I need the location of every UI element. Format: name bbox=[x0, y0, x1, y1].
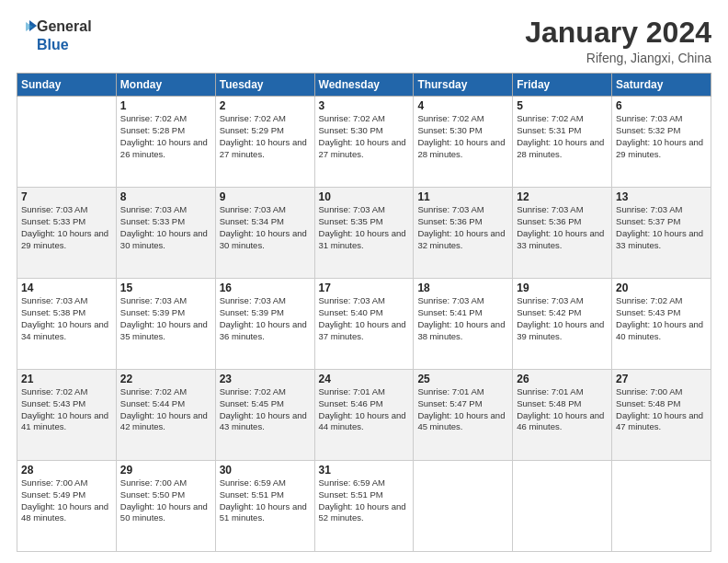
calendar-cell: 10 Sunrise: 7:03 AM Sunset: 5:35 PM Dayl… bbox=[314, 188, 414, 279]
day-number: 18 bbox=[417, 282, 508, 294]
day-number: 4 bbox=[417, 99, 508, 112]
day-number: 16 bbox=[220, 282, 311, 294]
day-info: Sunrise: 7:03 AM Sunset: 5:35 PM Dayligh… bbox=[319, 204, 410, 251]
day-info: Sunrise: 6:59 AM Sunset: 5:51 PM Dayligh… bbox=[220, 477, 311, 524]
day-info: Sunrise: 7:00 AM Sunset: 5:50 PM Dayligh… bbox=[120, 477, 211, 524]
header-wednesday: Wednesday bbox=[314, 74, 414, 97]
calendar-cell: 27 Sunrise: 7:00 AM Sunset: 5:48 PM Dayl… bbox=[612, 370, 711, 461]
day-number: 13 bbox=[616, 190, 707, 203]
day-info: Sunrise: 7:01 AM Sunset: 5:46 PM Dayligh… bbox=[319, 386, 410, 433]
day-info: Sunrise: 7:02 AM Sunset: 5:43 PM Dayligh… bbox=[616, 295, 707, 342]
day-info: Sunrise: 7:03 AM Sunset: 5:39 PM Dayligh… bbox=[220, 295, 311, 342]
calendar-cell: 23 Sunrise: 7:02 AM Sunset: 5:45 PM Dayl… bbox=[215, 370, 314, 461]
calendar-cell: 26 Sunrise: 7:01 AM Sunset: 5:48 PM Dayl… bbox=[513, 370, 612, 461]
day-info: Sunrise: 7:03 AM Sunset: 5:33 PM Dayligh… bbox=[21, 204, 112, 251]
calendar-cell: 3 Sunrise: 7:02 AM Sunset: 5:30 PM Dayli… bbox=[314, 97, 414, 188]
header-tuesday: Tuesday bbox=[215, 74, 314, 97]
header: General Blue January 2024 Rifeng, Jiangx… bbox=[17, 17, 711, 65]
day-info: Sunrise: 7:02 AM Sunset: 5:30 PM Dayligh… bbox=[417, 113, 508, 160]
day-number: 2 bbox=[220, 99, 311, 112]
calendar-table: SundayMondayTuesdayWednesdayThursdayFrid… bbox=[17, 73, 711, 552]
calendar-cell: 18 Sunrise: 7:03 AM Sunset: 5:41 PM Dayl… bbox=[414, 279, 513, 370]
week-row-2: 7 Sunrise: 7:03 AM Sunset: 5:33 PM Dayli… bbox=[17, 188, 711, 279]
calendar-cell: 4 Sunrise: 7:02 AM Sunset: 5:30 PM Dayli… bbox=[414, 97, 513, 188]
calendar-cell: 14 Sunrise: 7:03 AM Sunset: 5:38 PM Dayl… bbox=[17, 279, 117, 370]
day-number: 23 bbox=[220, 373, 311, 385]
day-info: Sunrise: 7:03 AM Sunset: 5:40 PM Dayligh… bbox=[319, 295, 410, 342]
day-info: Sunrise: 7:03 AM Sunset: 5:36 PM Dayligh… bbox=[417, 204, 508, 251]
day-number: 9 bbox=[220, 190, 311, 203]
calendar-cell: 30 Sunrise: 6:59 AM Sunset: 5:51 PM Dayl… bbox=[215, 461, 314, 552]
calendar-cell: 17 Sunrise: 7:03 AM Sunset: 5:40 PM Dayl… bbox=[314, 279, 414, 370]
week-row-5: 28 Sunrise: 7:00 AM Sunset: 5:49 PM Dayl… bbox=[17, 461, 711, 552]
calendar-cell: 29 Sunrise: 7:00 AM Sunset: 5:50 PM Dayl… bbox=[116, 461, 215, 552]
logo-line2: Blue bbox=[37, 37, 92, 53]
day-info: Sunrise: 7:03 AM Sunset: 5:33 PM Dayligh… bbox=[120, 204, 211, 251]
calendar-cell: 1 Sunrise: 7:02 AM Sunset: 5:28 PM Dayli… bbox=[116, 97, 215, 188]
calendar-title: January 2024 bbox=[525, 17, 711, 49]
day-number: 15 bbox=[120, 282, 211, 294]
week-row-4: 21 Sunrise: 7:02 AM Sunset: 5:43 PM Dayl… bbox=[17, 370, 711, 461]
calendar-cell bbox=[17, 97, 117, 188]
calendar-cell: 20 Sunrise: 7:02 AM Sunset: 5:43 PM Dayl… bbox=[612, 279, 711, 370]
calendar-cell bbox=[414, 461, 513, 552]
calendar-cell: 12 Sunrise: 7:03 AM Sunset: 5:36 PM Dayl… bbox=[513, 188, 612, 279]
calendar-cell bbox=[513, 461, 612, 552]
day-number: 22 bbox=[120, 373, 211, 385]
day-info: Sunrise: 7:03 AM Sunset: 5:42 PM Dayligh… bbox=[517, 295, 608, 342]
day-info: Sunrise: 7:00 AM Sunset: 5:48 PM Dayligh… bbox=[616, 386, 707, 433]
header-saturday: Saturday bbox=[612, 74, 711, 97]
calendar-cell: 7 Sunrise: 7:03 AM Sunset: 5:33 PM Dayli… bbox=[17, 188, 117, 279]
page: General Blue January 2024 Rifeng, Jiangx… bbox=[0, 0, 728, 563]
day-info: Sunrise: 7:01 AM Sunset: 5:48 PM Dayligh… bbox=[517, 386, 608, 433]
title-block: January 2024 Rifeng, Jiangxi, China bbox=[525, 17, 711, 65]
calendar-subtitle: Rifeng, Jiangxi, China bbox=[525, 51, 711, 65]
day-number: 28 bbox=[21, 464, 112, 477]
day-number: 26 bbox=[517, 373, 608, 385]
day-number: 29 bbox=[120, 464, 211, 477]
header-thursday: Thursday bbox=[414, 74, 513, 97]
calendar-cell: 28 Sunrise: 7:00 AM Sunset: 5:49 PM Dayl… bbox=[17, 461, 117, 552]
day-number: 25 bbox=[417, 373, 508, 385]
calendar-cell: 2 Sunrise: 7:02 AM Sunset: 5:29 PM Dayli… bbox=[215, 97, 314, 188]
day-info: Sunrise: 7:03 AM Sunset: 5:32 PM Dayligh… bbox=[616, 113, 707, 160]
header-monday: Monday bbox=[116, 74, 215, 97]
logo: General Blue bbox=[17, 17, 92, 53]
day-number: 1 bbox=[120, 99, 211, 112]
day-number: 11 bbox=[417, 190, 508, 203]
logo-line1: General bbox=[37, 18, 92, 35]
day-number: 5 bbox=[517, 99, 608, 112]
day-info: Sunrise: 7:01 AM Sunset: 5:47 PM Dayligh… bbox=[417, 386, 508, 433]
day-number: 8 bbox=[120, 190, 211, 203]
calendar-cell: 11 Sunrise: 7:03 AM Sunset: 5:36 PM Dayl… bbox=[414, 188, 513, 279]
calendar-cell: 31 Sunrise: 6:59 AM Sunset: 5:51 PM Dayl… bbox=[314, 461, 414, 552]
day-info: Sunrise: 7:00 AM Sunset: 5:49 PM Dayligh… bbox=[21, 477, 112, 524]
day-info: Sunrise: 7:02 AM Sunset: 5:29 PM Dayligh… bbox=[220, 113, 311, 160]
day-number: 3 bbox=[319, 99, 410, 112]
day-info: Sunrise: 7:02 AM Sunset: 5:45 PM Dayligh… bbox=[220, 386, 311, 433]
day-info: Sunrise: 7:02 AM Sunset: 5:28 PM Dayligh… bbox=[120, 113, 211, 160]
calendar-cell: 8 Sunrise: 7:03 AM Sunset: 5:33 PM Dayli… bbox=[116, 188, 215, 279]
calendar-cell: 16 Sunrise: 7:03 AM Sunset: 5:39 PM Dayl… bbox=[215, 279, 314, 370]
day-number: 12 bbox=[517, 190, 608, 203]
calendar-cell: 24 Sunrise: 7:01 AM Sunset: 5:46 PM Dayl… bbox=[314, 370, 414, 461]
day-info: Sunrise: 7:02 AM Sunset: 5:30 PM Dayligh… bbox=[319, 113, 410, 160]
logo-bird-icon bbox=[17, 17, 37, 37]
day-info: Sunrise: 7:03 AM Sunset: 5:37 PM Dayligh… bbox=[616, 204, 707, 251]
day-info: Sunrise: 7:03 AM Sunset: 5:41 PM Dayligh… bbox=[417, 295, 508, 342]
day-number: 20 bbox=[616, 282, 707, 294]
calendar-cell: 25 Sunrise: 7:01 AM Sunset: 5:47 PM Dayl… bbox=[414, 370, 513, 461]
week-row-1: 1 Sunrise: 7:02 AM Sunset: 5:28 PM Dayli… bbox=[17, 97, 711, 188]
day-info: Sunrise: 7:03 AM Sunset: 5:36 PM Dayligh… bbox=[517, 204, 608, 251]
calendar-cell: 19 Sunrise: 7:03 AM Sunset: 5:42 PM Dayl… bbox=[513, 279, 612, 370]
day-number: 17 bbox=[319, 282, 410, 294]
day-number: 6 bbox=[616, 99, 707, 112]
day-number: 19 bbox=[517, 282, 608, 294]
day-number: 14 bbox=[21, 282, 112, 294]
day-info: Sunrise: 7:02 AM Sunset: 5:44 PM Dayligh… bbox=[120, 386, 211, 433]
day-number: 24 bbox=[319, 373, 410, 385]
day-info: Sunrise: 7:03 AM Sunset: 5:39 PM Dayligh… bbox=[120, 295, 211, 342]
header-sunday: Sunday bbox=[17, 74, 117, 97]
day-number: 31 bbox=[319, 464, 410, 477]
header-friday: Friday bbox=[513, 74, 612, 97]
